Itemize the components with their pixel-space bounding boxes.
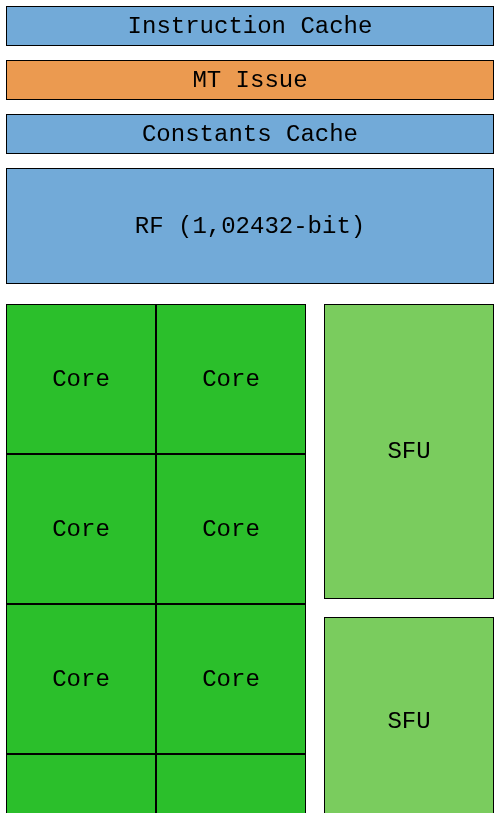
core-block: Core: [156, 604, 306, 754]
register-file-label: RF (1,02432-bit): [135, 213, 365, 240]
core-block: Core: [156, 754, 306, 813]
core-block: Core: [6, 754, 156, 813]
core-label: Core: [52, 666, 110, 693]
processor-diagram: Instruction Cache MT Issue Constants Cac…: [0, 0, 500, 813]
core-label: Core: [202, 516, 260, 543]
core-block: Core: [156, 454, 306, 604]
constants-cache-block: Constants Cache: [6, 114, 494, 154]
sfu-block: SFU: [324, 617, 494, 813]
sfu-block: SFU: [324, 304, 494, 599]
instruction-cache-block: Instruction Cache: [6, 6, 494, 46]
sfu-label: SFU: [387, 438, 430, 465]
register-file-block: RF (1,02432-bit): [6, 168, 494, 284]
cores-grid: Core Core Core Core Core Core Core Core: [6, 304, 306, 813]
core-label: Core: [202, 666, 260, 693]
sfu-label: SFU: [387, 708, 430, 735]
core-block: Core: [6, 304, 156, 454]
constants-cache-label: Constants Cache: [142, 121, 358, 148]
core-block: Core: [6, 604, 156, 754]
core-label: Core: [52, 366, 110, 393]
instruction-cache-label: Instruction Cache: [128, 13, 373, 40]
core-block: Core: [156, 304, 306, 454]
core-block: Core: [6, 454, 156, 604]
core-label: Core: [202, 366, 260, 393]
mt-issue-label: MT Issue: [192, 67, 307, 94]
execution-units-area: Core Core Core Core Core Core Core Core …: [6, 304, 494, 813]
core-label: Core: [52, 516, 110, 543]
sfu-column: SFU SFU: [324, 304, 494, 813]
mt-issue-block: MT Issue: [6, 60, 494, 100]
